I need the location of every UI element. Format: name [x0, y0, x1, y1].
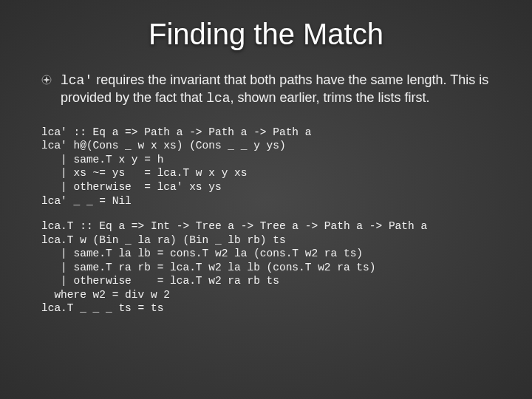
bullet-icon	[41, 75, 52, 85]
code-block-lca-t: lca.T :: Eq a => Int -> Tree a -> Tree a…	[35, 219, 497, 316]
code-block-lca-prime: lca' :: Eq a => Path a -> Path a -> Path…	[35, 126, 497, 208]
inline-code: lca	[206, 91, 230, 106]
slide-title: Finding the Match	[35, 18, 497, 51]
bullet-span-2: , shown earlier, trims the lists first.	[231, 90, 430, 105]
bullet-text: lca' requires the invariant that both pa…	[61, 72, 497, 108]
bullet-item: lca' requires the invariant that both pa…	[35, 72, 497, 108]
inline-code: lca'	[61, 73, 92, 88]
